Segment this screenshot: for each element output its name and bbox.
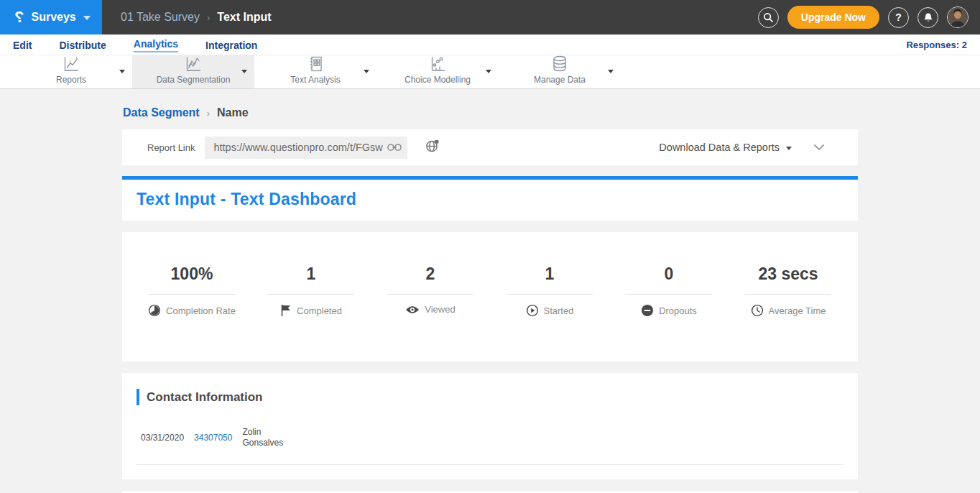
divider xyxy=(507,294,593,295)
report-link-bar: Report Link Download Data & Reports xyxy=(122,129,858,165)
stat-value: 1 xyxy=(307,264,316,284)
breadcrumb-separator: › xyxy=(207,12,210,23)
search-button[interactable] xyxy=(758,7,779,28)
minus-circle-icon xyxy=(641,304,654,317)
questionpro-logo-icon: ? xyxy=(14,9,24,25)
divider xyxy=(268,294,354,295)
toolbar-item-choice-modelling[interactable]: Choice Modelling xyxy=(376,55,499,88)
chevron-down-icon[interactable] xyxy=(486,70,491,73)
report-link-input[interactable] xyxy=(213,142,387,153)
report-link-label: Report Link xyxy=(147,142,195,153)
stat-label: Viewed xyxy=(425,304,455,315)
stat-label: Dropouts xyxy=(659,305,697,316)
divider xyxy=(149,294,235,295)
stat-value: 100% xyxy=(171,264,213,284)
chevron-down-icon xyxy=(83,16,91,20)
user-avatar[interactable] xyxy=(947,6,969,28)
response-date: 03/31/2020 xyxy=(141,433,184,443)
stat-value: 23 secs xyxy=(758,264,818,284)
divider xyxy=(745,294,831,295)
help-button[interactable]: ? xyxy=(888,7,909,28)
divider xyxy=(137,464,843,465)
toolbar-item-data-segmentation[interactable]: Data Segmentation xyxy=(132,55,254,88)
tab-distribute[interactable]: Distribute xyxy=(59,39,106,50)
toolbar-item-label: Choice Modelling xyxy=(405,75,471,85)
stat-started: 1 Started xyxy=(490,264,609,317)
topbar-actions: Upgrade Now ? xyxy=(758,0,980,34)
stat-label: Completion Rate xyxy=(166,305,236,316)
download-data-reports-dropdown[interactable]: Download Data & Reports xyxy=(659,142,792,153)
toolbar-item-text-analysis[interactable]: Text Analysis xyxy=(254,55,376,88)
upgrade-now-button[interactable]: Upgrade Now xyxy=(787,6,879,29)
collapse-panel-chevron[interactable] xyxy=(813,144,825,151)
responses-count[interactable]: Responses: 2 xyxy=(906,40,967,50)
response-id-link[interactable]: 34307050 xyxy=(194,433,232,443)
play-circle-icon xyxy=(526,304,539,317)
chevron-down-icon xyxy=(813,144,825,151)
top-bar: ? Surveys 01 Take Survey › Text Input Up… xyxy=(0,0,980,34)
flag-icon xyxy=(280,304,292,317)
scatter-chart-icon xyxy=(428,55,447,73)
breadcrumb-separator: › xyxy=(207,108,210,119)
breadcrumb-data-segment[interactable]: Data Segment xyxy=(123,106,200,119)
contact-information-card: Contact Information 03/31/2020 34307050 … xyxy=(122,373,858,479)
text-grid-icon xyxy=(306,55,325,73)
toolbar-item-label: Text Analysis xyxy=(290,75,340,85)
stat-value: 0 xyxy=(665,264,674,284)
stat-value: 2 xyxy=(426,264,435,284)
stat-average-time: 23 secs Average Time xyxy=(729,264,848,317)
breadcrumb-page-name: Text Input xyxy=(217,11,271,24)
segmentation-chart-icon xyxy=(184,55,203,73)
tab-integration[interactable]: Integration xyxy=(205,39,257,50)
product-label: Surveys xyxy=(31,11,75,24)
section-accent-bar xyxy=(137,389,139,405)
breadcrumb-survey-name[interactable]: 01 Take Survey xyxy=(121,11,200,24)
stat-dropouts: 0 Dropouts xyxy=(609,264,729,317)
page-breadcrumb: Data Segment › Name xyxy=(122,102,858,129)
tab-edit[interactable]: Edit xyxy=(13,39,32,50)
toolbar-item-label: Data Segmentation xyxy=(157,75,231,85)
surveys-product-switcher[interactable]: ? Surveys xyxy=(0,0,102,34)
stat-completed: 1 Completed xyxy=(251,264,371,317)
survey-section-nav: Edit Distribute Analytics Integration Re… xyxy=(0,34,980,55)
notifications-button[interactable] xyxy=(917,7,938,28)
toolbar-item-label: Manage Data xyxy=(534,75,586,85)
database-icon xyxy=(550,55,569,73)
line-chart-icon xyxy=(62,55,81,73)
report-link-field[interactable] xyxy=(205,137,407,159)
survey-stats-card: 100% Completion Rate 1 xyxy=(122,232,858,361)
divider xyxy=(387,294,473,295)
breadcrumb-current: Name xyxy=(217,106,249,119)
chain-link-icon[interactable] xyxy=(387,143,402,152)
dashboard-title-card: Text Input - Text Dashboard xyxy=(122,176,858,221)
stat-label: Average Time xyxy=(769,305,826,316)
chevron-down-icon[interactable] xyxy=(241,70,247,73)
contact-row: 03/31/2020 34307050 Zolin Gonsalves xyxy=(141,427,843,448)
bell-icon xyxy=(923,12,933,23)
chevron-down-icon xyxy=(786,147,792,150)
divider xyxy=(626,294,712,295)
contact-information-heading: Contact Information xyxy=(147,390,263,405)
chevron-down-icon[interactable] xyxy=(608,70,614,73)
eye-icon xyxy=(405,305,420,315)
page-title: Text Input - Text Dashboard xyxy=(137,190,843,209)
pie-icon xyxy=(148,304,161,317)
toolbar-item-label: Reports xyxy=(56,75,86,85)
analytics-toolbar: Reports Data Segmentation Text Analysis xyxy=(0,55,980,89)
globe-lock-icon[interactable] xyxy=(425,139,439,156)
respondent-name: Zolin Gonsalves xyxy=(242,427,287,448)
chevron-down-icon[interactable] xyxy=(364,70,369,73)
main-content: Data Segment › Name Report Link xyxy=(0,89,980,493)
tab-analytics[interactable]: Analytics xyxy=(134,37,178,52)
stat-label: Completed xyxy=(297,305,342,316)
chevron-down-icon[interactable] xyxy=(119,70,125,73)
survey-breadcrumb: 01 Take Survey › Text Input xyxy=(102,0,272,34)
search-icon xyxy=(763,12,774,23)
stat-value: 1 xyxy=(545,264,555,284)
toolbar-item-manage-data[interactable]: Manage Data xyxy=(499,55,621,88)
stat-label: Started xyxy=(544,305,574,316)
toolbar-item-reports[interactable]: Reports xyxy=(10,55,132,88)
clock-icon xyxy=(751,304,764,317)
avatar-photo xyxy=(948,7,968,27)
stat-viewed: 2 Viewed xyxy=(371,264,490,317)
